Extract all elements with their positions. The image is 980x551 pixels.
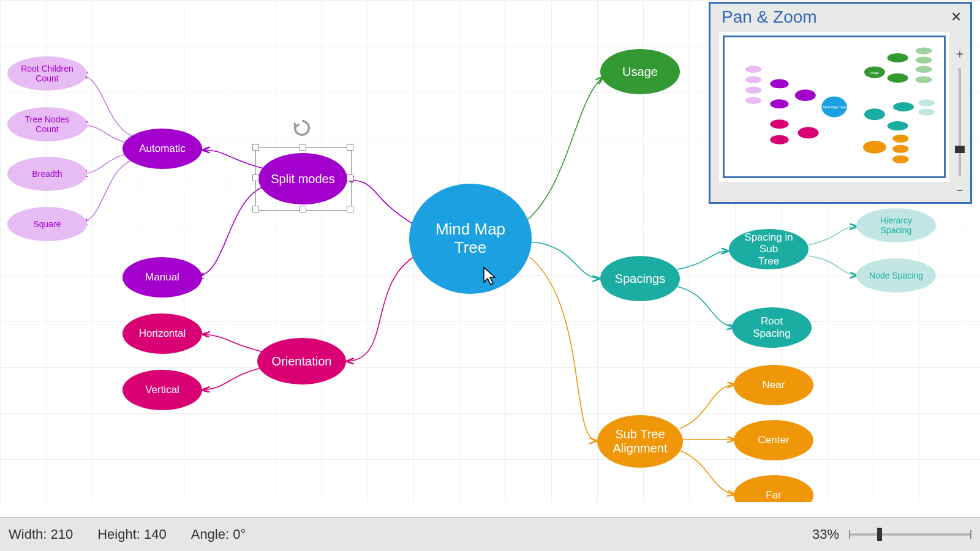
svg-point-24 bbox=[745, 87, 761, 94]
node-label: Manual bbox=[145, 271, 179, 283]
resize-handle-e[interactable] bbox=[347, 174, 353, 181]
zoom-horizontal-slider[interactable] bbox=[849, 533, 971, 536]
resize-handle-n[interactable] bbox=[300, 144, 306, 151]
resize-handle-s[interactable] bbox=[300, 206, 306, 212]
pan-zoom-overview[interactable]: Mind Map Tree Usage bbox=[723, 36, 946, 178]
node-node-spacing[interactable]: Node Spacing bbox=[856, 258, 936, 293]
resize-handle-w[interactable] bbox=[252, 174, 259, 181]
svg-point-13 bbox=[919, 108, 935, 115]
node-label: Near bbox=[763, 379, 785, 391]
svg-point-23 bbox=[745, 77, 761, 83]
node-label: Breadth bbox=[32, 169, 62, 179]
svg-text:Usage: Usage bbox=[870, 72, 879, 75]
node-automatic[interactable]: Automatic bbox=[123, 129, 202, 169]
node-orientation[interactable]: Orientation bbox=[257, 338, 346, 384]
node-label: Orientation bbox=[272, 354, 332, 369]
node-spacings[interactable]: Spacings bbox=[600, 256, 680, 301]
node-center[interactable]: Center bbox=[734, 420, 813, 460]
svg-point-26 bbox=[798, 127, 819, 138]
selection-box[interactable] bbox=[255, 147, 352, 211]
zoom-vertical-slider[interactable]: ＋ － bbox=[953, 45, 967, 198]
svg-point-12 bbox=[919, 99, 935, 106]
svg-point-10 bbox=[864, 108, 885, 120]
svg-point-20 bbox=[770, 79, 788, 88]
node-root-spacing[interactable]: Root Spacing bbox=[732, 307, 812, 348]
svg-point-6 bbox=[916, 57, 932, 64]
svg-point-11 bbox=[893, 102, 914, 111]
node-label: Far bbox=[766, 489, 782, 501]
pan-zoom-panel[interactable]: Pan & Zoom ✕ Mind Map Tree Usage bbox=[709, 2, 972, 204]
resize-handle-se[interactable] bbox=[347, 206, 353, 212]
node-root-children-count[interactable]: Root Children Count bbox=[7, 56, 87, 91]
resize-handle-nw[interactable] bbox=[252, 144, 259, 151]
zoom-out-icon[interactable]: － bbox=[954, 182, 966, 198]
node-label: Automatic bbox=[139, 143, 186, 155]
node-subtree-alignment[interactable]: Sub Tree Alignment bbox=[597, 415, 683, 468]
node-label: Hierarcy Spacing bbox=[865, 216, 927, 235]
svg-point-19 bbox=[795, 89, 816, 101]
zoom-track[interactable] bbox=[959, 68, 961, 176]
minimap-svg: Mind Map Tree Usage bbox=[725, 37, 944, 176]
node-usage[interactable]: Usage bbox=[600, 49, 680, 94]
node-label: Horizontal bbox=[139, 328, 186, 340]
pan-zoom-viewport[interactable]: Mind Map Tree Usage bbox=[719, 32, 949, 182]
node-hierarchy-spacing[interactable]: Hierarcy Spacing bbox=[856, 208, 936, 242]
node-label: Root Children Count bbox=[21, 64, 74, 83]
svg-point-4 bbox=[888, 53, 908, 62]
status-bar: Width: 210 Height: 140 Angle: 0° 33% bbox=[0, 517, 980, 551]
svg-text:Mind Map Tree: Mind Map Tree bbox=[823, 105, 846, 109]
close-icon[interactable]: ✕ bbox=[951, 9, 962, 25]
node-label: Sub Tree Alignment bbox=[613, 427, 668, 455]
svg-point-5 bbox=[916, 47, 932, 54]
zoom-thumb[interactable] bbox=[955, 146, 965, 153]
svg-point-16 bbox=[892, 135, 908, 143]
svg-point-28 bbox=[770, 135, 788, 144]
status-width: Width: 210 bbox=[9, 527, 73, 542]
status-angle: Angle: 0° bbox=[191, 527, 246, 542]
node-label: Square bbox=[33, 219, 61, 229]
svg-point-14 bbox=[888, 121, 908, 130]
node-breadth[interactable]: Breadth bbox=[7, 157, 87, 191]
node-horizontal[interactable]: Horizontal bbox=[123, 313, 202, 354]
node-label: Node Spacing bbox=[869, 271, 923, 280]
resize-handle-sw[interactable] bbox=[252, 206, 259, 212]
node-label: Mind Map Tree bbox=[418, 220, 523, 257]
svg-point-15 bbox=[863, 141, 886, 154]
svg-point-8 bbox=[888, 73, 908, 83]
node-vertical[interactable]: Vertical bbox=[123, 370, 202, 410]
node-label: Center bbox=[758, 434, 789, 446]
node-label: Vertical bbox=[145, 384, 179, 396]
svg-point-7 bbox=[916, 66, 932, 73]
pan-zoom-header[interactable]: Pan & Zoom ✕ bbox=[710, 4, 970, 32]
pan-zoom-title: Pan & Zoom bbox=[722, 7, 817, 27]
node-label: Root Spacing bbox=[741, 315, 803, 339]
node-manual[interactable]: Manual bbox=[123, 257, 202, 298]
svg-point-21 bbox=[770, 99, 788, 108]
node-label: Tree Nodes Count bbox=[16, 114, 78, 134]
resize-handle-ne[interactable] bbox=[347, 144, 353, 151]
svg-point-22 bbox=[745, 66, 761, 73]
node-root[interactable]: Mind Map Tree bbox=[409, 184, 532, 294]
zoom-slider-thumb[interactable] bbox=[877, 528, 882, 541]
svg-point-17 bbox=[892, 145, 908, 153]
status-zoom: 33% bbox=[812, 527, 839, 542]
node-tree-nodes-count[interactable]: Tree Nodes Count bbox=[7, 107, 87, 141]
node-label: Usage bbox=[622, 65, 658, 79]
node-spacing-subtree[interactable]: Spacing in Sub Tree bbox=[729, 229, 809, 269]
node-label: Spacing in Sub Tree bbox=[737, 231, 800, 268]
status-height: Height: 140 bbox=[97, 527, 167, 542]
node-square[interactable]: Square bbox=[7, 207, 87, 241]
svg-point-25 bbox=[745, 97, 761, 103]
node-near[interactable]: Near bbox=[734, 365, 813, 405]
rotate-icon[interactable] bbox=[292, 118, 312, 141]
svg-point-27 bbox=[770, 119, 788, 129]
node-label: Spacings bbox=[615, 272, 665, 286]
zoom-in-icon[interactable]: ＋ bbox=[954, 45, 966, 62]
svg-point-18 bbox=[892, 156, 908, 163]
svg-point-9 bbox=[916, 77, 932, 83]
